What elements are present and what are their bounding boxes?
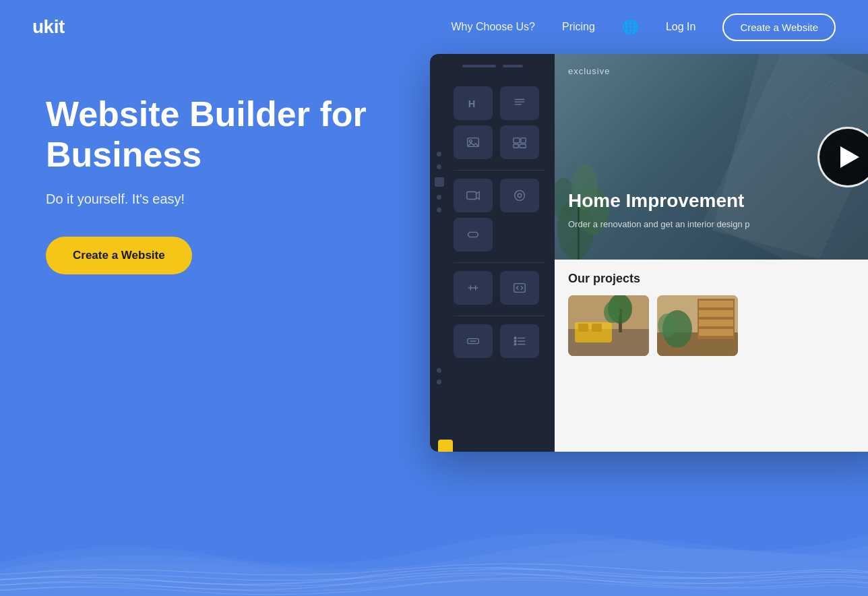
sidebar-dot-5 bbox=[437, 368, 441, 373]
svg-rect-7 bbox=[521, 138, 526, 143]
sidebar-grid-buttons-3 bbox=[430, 268, 555, 310]
sidebar-btn-button[interactable] bbox=[454, 218, 493, 251]
exclusive-badge: exclusive bbox=[568, 66, 610, 76]
sidebar-dot-2 bbox=[437, 165, 441, 169]
sidebar-grid-buttons-4 bbox=[430, 322, 555, 363]
logo[interactable]: ukit bbox=[32, 16, 65, 38]
svg-rect-37 bbox=[578, 324, 588, 332]
globe-icon[interactable]: 🌐 bbox=[622, 19, 639, 35]
sidebar-grid-buttons-2 bbox=[430, 176, 555, 257]
svg-point-25 bbox=[514, 343, 516, 345]
svg-text:H: H bbox=[468, 98, 476, 109]
sidebar-top-bar bbox=[430, 65, 555, 67]
sidebar-btn-video[interactable] bbox=[454, 179, 493, 212]
sidebar-bar-wide bbox=[462, 65, 496, 67]
navigation: Why Choose Us? Pricing 🌐 Log In Create a… bbox=[451, 13, 836, 41]
svg-rect-6 bbox=[514, 138, 520, 143]
svg-rect-45 bbox=[699, 301, 733, 307]
sidebar-divider-1 bbox=[454, 170, 545, 171]
svg-rect-17 bbox=[514, 284, 526, 293]
svg-rect-10 bbox=[467, 192, 476, 200]
builder-panel: H bbox=[430, 54, 868, 452]
nav-why-choose-us[interactable]: Why Choose Us? bbox=[451, 21, 535, 33]
project-thumbnail-2 bbox=[657, 295, 738, 356]
preview-subtitle: Order a renovation and get an interior d… bbox=[568, 219, 750, 229]
builder-sidebar: H bbox=[430, 54, 555, 452]
hero-title: Website Builder for Business bbox=[46, 94, 367, 175]
projects-title: Our projects bbox=[568, 272, 868, 286]
hero-text-block: Website Builder for Business Do it yours… bbox=[46, 94, 367, 274]
sidebar-btn-heading[interactable]: H bbox=[454, 86, 493, 120]
preview-white-section: Our projects bbox=[555, 260, 868, 452]
svg-rect-38 bbox=[592, 324, 602, 332]
svg-point-50 bbox=[658, 314, 677, 338]
sidebar-btn-divider[interactable] bbox=[454, 271, 493, 305]
sidebar-dot-4 bbox=[437, 208, 441, 212]
sidebar-rect bbox=[435, 177, 444, 187]
sidebar-grid-buttons: H bbox=[430, 81, 555, 165]
sidebar-btn-gallery[interactable] bbox=[500, 125, 539, 159]
svg-rect-13 bbox=[468, 232, 478, 237]
yellow-bottom-indicator bbox=[438, 440, 453, 452]
sidebar-btn-text[interactable] bbox=[500, 86, 539, 120]
sidebar-btn-nav[interactable] bbox=[454, 324, 493, 358]
wave-decoration bbox=[0, 427, 868, 596]
svg-point-41 bbox=[604, 301, 620, 323]
sidebar-btn-embed[interactable] bbox=[500, 271, 539, 305]
header: ukit Why Choose Us? Pricing 🌐 Log In Cre… bbox=[0, 0, 868, 54]
svg-rect-48 bbox=[699, 329, 733, 336]
project-thumbnail-1 bbox=[568, 295, 649, 356]
builder-mockup: H bbox=[430, 54, 868, 452]
sidebar-dot-6 bbox=[437, 380, 441, 384]
hero-subtitle: Do it yourself. It's easy! bbox=[46, 191, 367, 207]
sidebar-btn-target[interactable] bbox=[500, 179, 539, 212]
play-button[interactable] bbox=[817, 127, 868, 187]
sidebar-btn-list[interactable] bbox=[500, 324, 539, 358]
svg-point-5 bbox=[470, 140, 472, 142]
hero-cta-button[interactable]: Create a Website bbox=[46, 237, 192, 274]
svg-point-12 bbox=[518, 193, 522, 198]
nav-pricing[interactable]: Pricing bbox=[562, 21, 595, 33]
play-triangle-icon bbox=[840, 146, 859, 168]
svg-rect-47 bbox=[699, 320, 733, 326]
svg-rect-8 bbox=[514, 144, 518, 148]
svg-point-24 bbox=[514, 340, 516, 342]
preview-content-area: exclusive Home Improvement Order a renov… bbox=[555, 54, 868, 452]
preview-photo-background: exclusive Home Improvement Order a renov… bbox=[555, 54, 868, 260]
sidebar-divider-2 bbox=[454, 262, 545, 263]
sidebar-dot-1 bbox=[437, 152, 441, 156]
preview-title: Home Improvement bbox=[568, 189, 744, 212]
svg-rect-46 bbox=[699, 310, 733, 317]
sidebar-bar-narrow bbox=[503, 65, 523, 67]
sidebar-divider-3 bbox=[454, 316, 545, 316]
svg-point-11 bbox=[515, 191, 525, 201]
header-cta-button[interactable]: Create a Website bbox=[722, 13, 836, 41]
nav-login[interactable]: Log In bbox=[666, 21, 695, 33]
svg-point-23 bbox=[514, 337, 516, 339]
sidebar-btn-image[interactable] bbox=[454, 125, 493, 159]
projects-grid bbox=[568, 295, 868, 356]
sidebar-dot-3 bbox=[437, 195, 441, 200]
svg-rect-9 bbox=[520, 144, 526, 148]
